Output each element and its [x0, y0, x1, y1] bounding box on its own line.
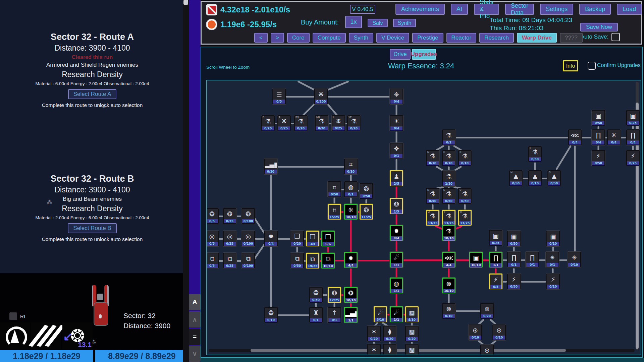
tab-drive[interactable]: Drive	[390, 49, 411, 60]
tree-node-bolt[interactable]: ⚡0/5	[489, 274, 502, 289]
tab-warp-drive[interactable]: Warp Drive	[517, 33, 557, 43]
tree-node-swirl[interactable]: ❂11/25	[360, 204, 373, 220]
tab-compute[interactable]: Compute	[313, 33, 346, 43]
tree-horizontal-scrollbar[interactable]	[209, 349, 635, 352]
select-route-b-button[interactable]: Select Route B	[68, 223, 116, 233]
tree-node-orbit[interactable]: ⊛0/10	[469, 324, 482, 340]
tree-node-comet[interactable]: ☄1/1	[390, 252, 403, 267]
tree-node-cubes[interactable]: ⧉0/5	[206, 253, 219, 268]
tree-node-sunburst[interactable]: ✹4/4	[344, 252, 358, 268]
tab-blank[interactable]: ????	[560, 33, 583, 43]
scroll-up-button[interactable]: ∧	[189, 311, 201, 327]
topbar-button-ai[interactable]: AI	[451, 4, 468, 15]
tree-node-flask[interactable]: ⚗0/50O	[458, 188, 472, 204]
tree-node-comet[interactable]: ☄5/10	[374, 306, 387, 322]
tree-node-bolt[interactable]: ⚡0/50	[507, 274, 521, 289]
tree-node-battery[interactable]: ▣0/25	[626, 110, 640, 126]
tree-node-flask[interactable]: ⚗13/25M	[426, 210, 439, 226]
tree-node-mound[interactable]: ▲0/50O	[547, 170, 561, 186]
left-panel-scrollbar-thumb[interactable]	[183, 0, 188, 5]
tree-node-orbit[interactable]: ⊛0/20	[480, 303, 494, 319]
tree-node-orbit[interactable]: ⊛10/10	[442, 278, 455, 293]
tree-node-circuit[interactable]: ⌗15/25	[328, 204, 341, 220]
tree-node-honeycomb[interactable]: ▩0/20	[405, 344, 419, 355]
tree-node-flask[interactable]: ⚗0/10E	[442, 150, 455, 166]
tree-node-bolt[interactable]: ⚡0/50	[592, 150, 605, 166]
tree-node-swirl[interactable]: ❂0/5	[206, 208, 219, 224]
tree-node-flask[interactable]: ⚗1/10	[442, 171, 455, 186]
topbar-button-achievements[interactable]: Achievements	[395, 4, 445, 15]
tree-node-swirl[interactable]: ❂0/50	[309, 287, 323, 303]
tab-upgrades[interactable]: Upgrades	[412, 49, 436, 60]
tree-node-battery[interactable]: ▣10/10	[469, 252, 483, 267]
buy-mode-salv-button[interactable]: Salv	[368, 19, 388, 27]
tree-node-drop[interactable]: ⧫0/20	[383, 344, 396, 355]
tree-node-circuit[interactable]: ⌗0/10	[344, 159, 358, 174]
tree-node-flask[interactable]: ⚗13/25O	[458, 210, 472, 226]
tree-node-flask[interactable]: ⚗0/10O	[458, 150, 472, 166]
tree-node-mound[interactable]: ▲0/50M	[509, 170, 523, 186]
tree-node-honeycomb[interactable]: ▩0/20	[405, 326, 419, 342]
tree-node-spark[interactable]: ✴0/1	[546, 252, 559, 267]
select-route-a-button[interactable]: Select Route A	[68, 89, 116, 99]
tree-node-flask[interactable]: ⚗0/10M	[426, 150, 439, 166]
tree-node-cubes[interactable]: ⧉0/50	[290, 253, 304, 268]
tree-node-burst[interactable]: ✶0/20	[367, 326, 381, 342]
tree-node-burst[interactable]: ✶0/20	[367, 344, 381, 355]
topbar-button-sector-data[interactable]: Sector Data	[505, 4, 534, 15]
topbar-button-load[interactable]: Load	[617, 4, 642, 15]
tree-node-flask[interactable]: ⚗0/50M	[426, 188, 439, 204]
tree-node-brain[interactable]: ❋0/200	[314, 88, 328, 104]
tree-node-rank[interactable]: ☰0/5	[272, 88, 286, 104]
save-now-button[interactable]: Save Now	[580, 23, 618, 32]
blades-module-icon[interactable]	[31, 322, 61, 349]
tab-blank[interactable]: >	[271, 33, 284, 43]
tree-node-battery[interactable]: ▣0/25	[489, 230, 502, 246]
tree-node-tangle[interactable]: ✳0/4	[607, 129, 621, 145]
tree-node-swirl[interactable]: ❂0/10	[264, 307, 278, 323]
tree-node-flask[interactable]: ⚗13/25E	[442, 210, 455, 226]
tree-node-drop[interactable]: ⧫0/20	[383, 326, 396, 342]
tree-node-orbit[interactable]: ⊛0/10	[492, 324, 506, 340]
topbar-button-stats-info[interactable]: Stats & Info	[474, 4, 499, 15]
tree-node-ringed[interactable]: ◎0/5	[206, 231, 219, 246]
tree-node-capacitor[interactable]: ∏1/1	[489, 252, 502, 267]
tab-synth[interactable]: Synth	[349, 33, 373, 43]
tab-research[interactable]: Research	[479, 33, 514, 43]
tree-node-flask[interactable]: ⚗0/20R	[261, 115, 275, 131]
tree-node-mound[interactable]: ▲0/10	[528, 170, 542, 186]
tree-node-pinwheel[interactable]: ❈10/10	[344, 204, 358, 220]
tree-node-capacitor[interactable]: ∏0/4	[626, 129, 640, 145]
tree-node-battery[interactable]: ▣0/50	[507, 231, 521, 246]
tab-reactor[interactable]: Reactor	[446, 33, 477, 43]
tree-node-cubes[interactable]: ⧉19/25	[306, 253, 319, 268]
tree-node-sunburst[interactable]: ✹0/4	[264, 231, 278, 246]
tree-node-chart[interactable]: ▂▄▆0/10	[264, 159, 277, 174]
tree-node-orbit[interactable]: ⊛0/20	[480, 345, 494, 355]
tree-node-bolt[interactable]: ⚡0/25	[626, 150, 640, 166]
tree-node-flask[interactable]: ⚗10/10	[442, 225, 455, 241]
buy-mode-synth-button[interactable]: Synth	[393, 19, 416, 27]
tree-node-trophy[interactable]: ❖0/1	[390, 143, 403, 159]
tree-node-flask[interactable]: ⚗0/20MB	[315, 115, 328, 131]
tree-node-tangle[interactable]: ✳0/10	[568, 252, 581, 267]
tree-node-battery[interactable]: ▣0/50	[592, 110, 605, 126]
tree-node-cubes[interactable]: ⧉10/10	[321, 253, 335, 268]
tree-node-flask[interactable]: ⚗0/20XP	[347, 115, 361, 131]
tree-node-flask[interactable]: ⚗0/2	[442, 129, 455, 145]
ship-module-icon[interactable]	[0, 322, 30, 349]
tree-node-circuit[interactable]: ⌗0/50	[328, 181, 341, 197]
tree-node-chart[interactable]: ▂▄▆1/1	[344, 307, 358, 323]
ri-checkbox[interactable]	[9, 312, 17, 320]
tree-node-flask[interactable]: ⚗0/20RS	[294, 115, 308, 131]
tab-prestige[interactable]: Prestige	[412, 33, 443, 43]
tree-node-capacitor[interactable]: ∏0/1	[507, 252, 521, 267]
tree-node-comet[interactable]: ☄1/1	[390, 306, 403, 322]
vortex-gauge-icon[interactable]: ❂ ↙ 13.1	[62, 322, 93, 349]
tree-node-cube[interactable]: ❒3/5	[306, 231, 319, 246]
tree-node-uparrow[interactable]: ↑0/1	[328, 307, 341, 323]
tree-node-ringed[interactable]: ◎0/25	[223, 231, 236, 246]
tree-node-flask[interactable]: ⚗0/50E	[442, 188, 455, 204]
tree-node-saturn[interactable]: ◍1/1	[390, 278, 403, 293]
tree-node-bolt[interactable]: ⚡0/10	[546, 274, 560, 289]
